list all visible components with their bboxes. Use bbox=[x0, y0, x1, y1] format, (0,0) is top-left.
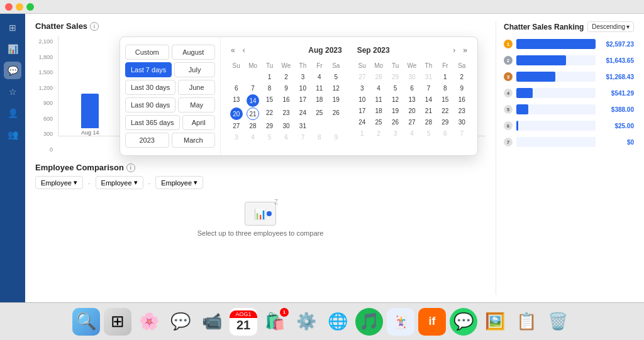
aug-day[interactable] bbox=[311, 121, 327, 131]
dock-messages[interactable]: 💬 bbox=[167, 308, 194, 336]
dock-finder[interactable]: 🔍 bbox=[72, 308, 100, 336]
aug-day-3[interactable]: 3 bbox=[295, 72, 311, 82]
sep-day-21[interactable]: 21 bbox=[421, 106, 436, 116]
aug-day-22[interactable]: 22 bbox=[262, 107, 277, 120]
employee-select-1[interactable]: Employee ▾ bbox=[35, 176, 83, 189]
chart-info-icon[interactable]: i bbox=[90, 22, 99, 31]
aug-day-19[interactable]: 19 bbox=[328, 94, 344, 107]
preset-august[interactable]: August bbox=[172, 45, 216, 60]
aug-day-26[interactable]: 26 bbox=[328, 107, 344, 120]
sep-day-oct6[interactable]: 6 bbox=[437, 128, 453, 139]
aug-day-4[interactable]: 4 bbox=[311, 72, 327, 82]
sep-day-oct4[interactable]: 4 bbox=[404, 128, 419, 139]
aug-day-sep7[interactable]: 7 bbox=[295, 132, 311, 143]
aug-day-17[interactable]: 17 bbox=[295, 94, 311, 107]
aug-day-20-range[interactable]: 20 bbox=[230, 107, 243, 120]
sep-day-aug31[interactable]: 31 bbox=[421, 72, 436, 82]
aug-day-27[interactable]: 27 bbox=[228, 121, 244, 131]
dock-safari[interactable]: 🌐 bbox=[324, 308, 352, 336]
preset-custom[interactable]: Custom bbox=[125, 45, 169, 60]
dock-trash[interactable]: 🗑️ bbox=[544, 308, 572, 336]
sep-day-20[interactable]: 20 bbox=[404, 106, 419, 116]
aug-day-6[interactable]: 6 bbox=[228, 83, 244, 94]
sep-day-8[interactable]: 8 bbox=[437, 83, 453, 94]
sep-day-18[interactable]: 18 bbox=[370, 106, 386, 116]
aug-day-25[interactable]: 25 bbox=[311, 107, 327, 120]
sep-day-13[interactable]: 13 bbox=[404, 94, 419, 105]
minimize-button[interactable] bbox=[16, 3, 23, 11]
aug-day[interactable] bbox=[328, 121, 344, 131]
aug-day-sep4[interactable]: 4 bbox=[245, 132, 260, 143]
sep-day-22[interactable]: 22 bbox=[437, 106, 453, 116]
aug-day-13[interactable]: 13 bbox=[228, 94, 244, 107]
preset-last365[interactable]: Last 365 days bbox=[125, 115, 180, 130]
dock-if-app[interactable]: if bbox=[418, 308, 446, 336]
aug-day-8[interactable]: 8 bbox=[262, 83, 277, 94]
sep-day-2[interactable]: 2 bbox=[454, 72, 470, 82]
employee-select-2[interactable]: Employee ▾ bbox=[96, 176, 143, 189]
sep-day-oct1[interactable]: 1 bbox=[354, 128, 370, 139]
dock-photos[interactable]: 🌸 bbox=[135, 308, 163, 336]
dock-notes[interactable]: 📋 bbox=[513, 308, 540, 336]
aug-day-11[interactable]: 11 bbox=[311, 83, 327, 94]
aug-day-15[interactable]: 15 bbox=[262, 94, 277, 107]
sep-day-oct2[interactable]: 2 bbox=[370, 128, 386, 139]
sep-day-17[interactable]: 17 bbox=[354, 106, 370, 116]
sep-day-30[interactable]: 30 bbox=[454, 117, 470, 128]
aug-day-21[interactable]: 21 bbox=[247, 107, 259, 120]
sep-day-7[interactable]: 7 bbox=[421, 83, 436, 94]
nav-next[interactable]: › bbox=[450, 45, 458, 56]
nav-last-next[interactable]: » bbox=[460, 45, 470, 56]
aug-day-sep8[interactable]: 8 bbox=[311, 132, 327, 143]
aug-day-sep6[interactable]: 6 bbox=[278, 132, 294, 143]
sidebar-star-icon[interactable]: ☆ bbox=[4, 83, 21, 101]
sep-day-1[interactable]: 1 bbox=[437, 72, 453, 82]
dock-whatsapp[interactable]: 💬 bbox=[450, 308, 477, 336]
sep-day-aug29[interactable]: 29 bbox=[387, 72, 403, 82]
close-button[interactable] bbox=[5, 3, 13, 11]
sidebar-person-icon[interactable]: 👤 bbox=[4, 104, 21, 122]
aug-day-7[interactable]: 7 bbox=[245, 83, 260, 94]
aug-day-sep5[interactable]: 5 bbox=[262, 132, 277, 143]
sep-day-23[interactable]: 23 bbox=[454, 106, 470, 116]
sep-day-12[interactable]: 12 bbox=[387, 94, 403, 105]
aug-day-10[interactable]: 10 bbox=[295, 83, 311, 94]
dock-app1[interactable]: 🃏 bbox=[387, 308, 414, 336]
aug-day-14-selected[interactable]: 14 bbox=[247, 94, 259, 107]
sidebar-chart-icon[interactable]: 📊 bbox=[4, 40, 21, 58]
aug-day-18[interactable]: 18 bbox=[311, 94, 327, 107]
sep-day-4[interactable]: 4 bbox=[370, 83, 386, 94]
sidebar-home-icon[interactable]: ⊞ bbox=[4, 19, 21, 36]
sep-day-aug28[interactable]: 28 bbox=[370, 72, 386, 82]
nav-prev[interactable]: ‹ bbox=[240, 45, 248, 56]
sep-day-14[interactable]: 14 bbox=[421, 94, 436, 105]
sep-day-25[interactable]: 25 bbox=[370, 117, 386, 128]
sep-day-aug30[interactable]: 30 bbox=[404, 72, 419, 82]
dock-calendar[interactable]: AOG1 21 bbox=[230, 308, 257, 336]
sep-day-28[interactable]: 28 bbox=[421, 117, 436, 128]
dock-facetime[interactable]: 📹 bbox=[198, 308, 226, 336]
preset-march[interactable]: March bbox=[172, 133, 216, 148]
dock-launchpad[interactable]: ⊞ bbox=[104, 308, 131, 336]
sort-button[interactable]: Descending ▾ bbox=[587, 21, 634, 32]
aug-day-5[interactable]: 5 bbox=[328, 72, 344, 82]
sep-day-15[interactable]: 15 bbox=[437, 94, 453, 105]
sep-day-oct5[interactable]: 5 bbox=[421, 128, 436, 139]
preset-last90[interactable]: Last 90 days bbox=[125, 97, 175, 112]
nav-first-prev[interactable]: « bbox=[228, 45, 238, 56]
sep-day-5[interactable]: 5 bbox=[387, 83, 403, 94]
aug-day-28[interactable]: 28 bbox=[245, 121, 260, 131]
sep-day-11[interactable]: 11 bbox=[370, 94, 386, 105]
aug-day-12[interactable]: 12 bbox=[328, 83, 344, 94]
aug-day-24[interactable]: 24 bbox=[295, 107, 311, 120]
sep-day-29[interactable]: 29 bbox=[437, 117, 453, 128]
employee-info-icon[interactable]: i bbox=[126, 163, 135, 172]
sep-day-oct3[interactable]: 3 bbox=[387, 128, 403, 139]
sep-day-3[interactable]: 3 bbox=[354, 83, 370, 94]
sep-day-6[interactable]: 6 bbox=[404, 83, 419, 94]
preset-april[interactable]: April bbox=[182, 115, 216, 130]
sep-day-10[interactable]: 10 bbox=[354, 94, 370, 105]
sep-day-16[interactable]: 16 bbox=[454, 94, 470, 105]
sidebar-sales-icon[interactable]: 💬 bbox=[4, 62, 21, 79]
aug-day-30[interactable]: 30 bbox=[278, 121, 294, 131]
